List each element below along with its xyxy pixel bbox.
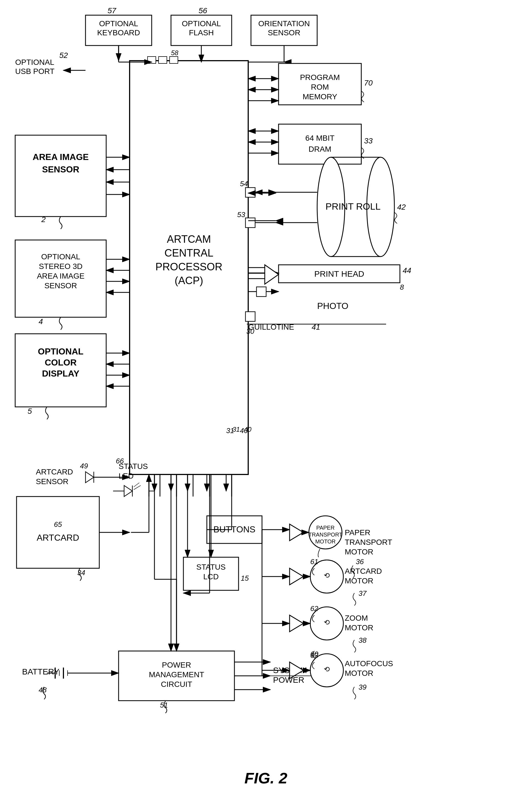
svg-text:ARTCARD: ARTCARD bbox=[345, 567, 382, 575]
svg-text:2: 2 bbox=[41, 215, 46, 224]
svg-text:MOTOR: MOTOR bbox=[345, 623, 374, 632]
svg-text:PAPER: PAPER bbox=[316, 525, 335, 531]
svg-text:FIG. 2: FIG. 2 bbox=[244, 769, 287, 787]
svg-text:⟲: ⟲ bbox=[324, 571, 330, 580]
svg-text:OPTIONAL: OPTIONAL bbox=[38, 347, 83, 356]
svg-text:MOTOR: MOTOR bbox=[345, 669, 374, 677]
svg-text:40: 40 bbox=[244, 426, 251, 433]
svg-rect-92 bbox=[256, 287, 266, 297]
svg-text:37: 37 bbox=[359, 589, 367, 597]
svg-text:KEYBOARD: KEYBOARD bbox=[97, 29, 140, 37]
svg-text:POWER: POWER bbox=[273, 675, 304, 685]
svg-rect-18 bbox=[15, 135, 106, 217]
svg-marker-181 bbox=[289, 615, 303, 632]
svg-text:49: 49 bbox=[80, 462, 88, 470]
svg-rect-53 bbox=[170, 57, 178, 63]
svg-text:MOTOR: MOTOR bbox=[315, 539, 336, 544]
svg-text:(ACP): (ACP) bbox=[175, 275, 203, 286]
svg-text:LCD: LCD bbox=[203, 573, 219, 581]
svg-text:5: 5 bbox=[27, 407, 32, 415]
svg-text:42: 42 bbox=[397, 203, 406, 211]
svg-text:36: 36 bbox=[356, 558, 364, 566]
svg-text:53: 53 bbox=[237, 210, 245, 219]
svg-text:MANAGEMENT: MANAGEMENT bbox=[149, 670, 204, 679]
svg-line-126 bbox=[134, 483, 139, 487]
svg-rect-116 bbox=[17, 497, 99, 568]
svg-text:ARTCARD: ARTCARD bbox=[36, 468, 73, 476]
svg-text:SENSOR: SENSOR bbox=[42, 164, 79, 174]
svg-text:61: 61 bbox=[310, 558, 318, 566]
svg-text:USB PORT: USB PORT bbox=[15, 67, 55, 76]
svg-text:OPTIONAL: OPTIONAL bbox=[99, 19, 138, 28]
svg-text:DISPLAY: DISPLAY bbox=[42, 369, 79, 378]
svg-marker-172 bbox=[289, 568, 303, 585]
svg-text:64 MBIT: 64 MBIT bbox=[305, 134, 335, 142]
svg-text:31: 31 bbox=[232, 426, 240, 433]
svg-text:PROCESSOR: PROCESSOR bbox=[155, 261, 223, 273]
svg-rect-100 bbox=[245, 312, 255, 321]
svg-text:30: 30 bbox=[246, 327, 254, 335]
svg-text:65: 65 bbox=[54, 520, 62, 528]
svg-text:PHOTO: PHOTO bbox=[317, 301, 348, 311]
svg-text:OPTIONAL: OPTIONAL bbox=[15, 58, 54, 67]
diagram-container: OPTIONAL KEYBOARD 57 OPTIONAL FLASH 56 O… bbox=[0, 0, 532, 803]
svg-text:57: 57 bbox=[108, 6, 117, 15]
svg-text:TRANSPORT: TRANSPORT bbox=[309, 531, 343, 538]
svg-text:COLOR: COLOR bbox=[45, 357, 77, 368]
svg-text:ARTCAM: ARTCAM bbox=[167, 234, 211, 245]
svg-text:STATUS: STATUS bbox=[196, 563, 226, 571]
svg-text:58: 58 bbox=[171, 49, 178, 57]
svg-text:LED: LED bbox=[119, 472, 133, 480]
svg-text:CENTRAL: CENTRAL bbox=[164, 247, 213, 259]
svg-rect-52 bbox=[158, 57, 167, 63]
svg-marker-91 bbox=[265, 265, 279, 284]
svg-text:OPTIONAL: OPTIONAL bbox=[182, 19, 221, 28]
svg-text:SENSOR: SENSOR bbox=[36, 477, 69, 486]
svg-text:SENSOR: SENSOR bbox=[44, 281, 77, 290]
svg-text:ZOOM: ZOOM bbox=[345, 614, 368, 622]
svg-text:56: 56 bbox=[198, 6, 207, 15]
svg-text:⟲: ⟲ bbox=[324, 665, 330, 673]
svg-text:54: 54 bbox=[240, 180, 248, 188]
svg-text:TRANSPORT: TRANSPORT bbox=[345, 538, 392, 546]
svg-text:PROGRAM: PROGRAM bbox=[300, 73, 340, 82]
svg-text:AREA IMAGE: AREA IMAGE bbox=[37, 272, 85, 280]
svg-text:⟲: ⟲ bbox=[324, 618, 330, 627]
svg-text:FLASH: FLASH bbox=[189, 29, 214, 37]
svg-text:MOTOR: MOTOR bbox=[345, 547, 374, 556]
svg-text:62: 62 bbox=[310, 604, 318, 613]
svg-text:33: 33 bbox=[364, 136, 373, 145]
svg-text:MEMORY: MEMORY bbox=[303, 92, 337, 101]
svg-text:ARTCARD: ARTCARD bbox=[37, 533, 79, 543]
svg-text:AUTOFOCUS: AUTOFOCUS bbox=[345, 659, 393, 668]
svg-rect-78 bbox=[245, 218, 255, 228]
svg-text:SENSOR: SENSOR bbox=[268, 29, 300, 37]
svg-text:PRINT HEAD: PRINT HEAD bbox=[314, 269, 364, 278]
svg-text:52: 52 bbox=[59, 51, 68, 60]
svg-text:BATTERY: BATTERY bbox=[22, 667, 60, 676]
svg-text:OPTIONAL: OPTIONAL bbox=[41, 253, 80, 261]
svg-marker-112 bbox=[86, 472, 94, 483]
svg-text:4: 4 bbox=[39, 317, 43, 326]
svg-text:70: 70 bbox=[364, 79, 373, 87]
svg-text:ROM: ROM bbox=[311, 83, 329, 91]
svg-text:PRINT ROLL: PRINT ROLL bbox=[325, 201, 381, 211]
svg-text:66: 66 bbox=[116, 457, 124, 465]
svg-rect-75 bbox=[245, 188, 255, 197]
svg-text:PAPER: PAPER bbox=[345, 528, 370, 537]
svg-text:DRAM: DRAM bbox=[309, 145, 331, 153]
svg-rect-68 bbox=[279, 124, 361, 164]
svg-text:38: 38 bbox=[359, 636, 366, 645]
svg-text:MOTOR: MOTOR bbox=[345, 577, 374, 585]
svg-text:AREA IMAGE: AREA IMAGE bbox=[33, 152, 89, 162]
svg-text:ORIENTATION: ORIENTATION bbox=[258, 19, 310, 28]
svg-text:POWER: POWER bbox=[162, 661, 191, 669]
svg-text:63: 63 bbox=[310, 651, 318, 659]
svg-marker-124 bbox=[124, 485, 132, 497]
svg-text:39: 39 bbox=[359, 683, 366, 691]
svg-text:STEREO 3D: STEREO 3D bbox=[39, 262, 83, 270]
svg-text:44: 44 bbox=[403, 266, 411, 275]
svg-text:15: 15 bbox=[241, 574, 249, 582]
svg-text:CIRCUIT: CIRCUIT bbox=[161, 680, 192, 689]
svg-marker-162 bbox=[289, 524, 303, 541]
